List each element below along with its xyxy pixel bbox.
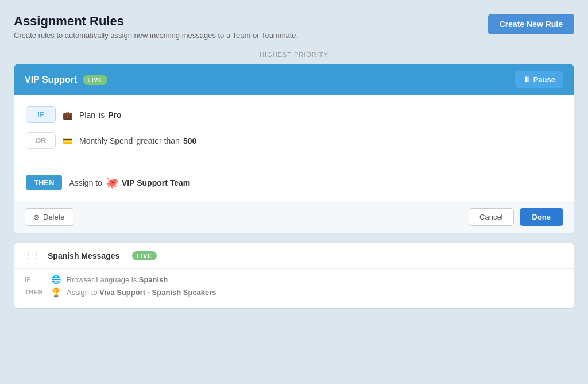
- page-header: Assignment Rules Create rules to automat…: [14, 14, 574, 40]
- spanish-then-row: THEN 🏆 Assign to Viva Support - Spanish …: [25, 287, 563, 297]
- spanish-rule-card: ⋮⋮ Spanish Messages LIVE IF 🌐 Browser La…: [14, 243, 574, 309]
- vip-rule-title: VIP Support: [25, 75, 77, 85]
- spend-icon: 💳: [63, 136, 72, 145]
- footer-right-buttons: Cancel Done: [469, 208, 563, 226]
- pause-icon: ⏸: [523, 75, 531, 84]
- then-action-text: Assign to 🐙 VIP Support Team: [69, 176, 190, 189]
- vip-rule-title-left: VIP Support LIVE: [25, 75, 107, 85]
- delete-button[interactable]: ⊗ Delete: [25, 208, 74, 226]
- if-operator: is: [99, 110, 105, 120]
- priority-label: HIGHEST PRIORITY: [14, 51, 574, 58]
- vip-rule-card: VIP Support LIVE ⏸ Pause IF 💼 Plan is Pr…: [14, 64, 574, 233]
- vip-rule-conditions: IF 💼 Plan is Pro OR 💳 Monthly Spend grea…: [14, 95, 574, 164]
- spanish-language-value: Spanish: [139, 275, 168, 284]
- if-field: Plan: [79, 110, 95, 120]
- spanish-team-name: Viva Support - Spanish Speakers: [99, 288, 216, 297]
- or-condition-text: Monthly Spend greater than 500: [79, 136, 196, 145]
- done-button[interactable]: Done: [520, 208, 564, 226]
- vip-live-badge: LIVE: [83, 75, 107, 85]
- or-operator: greater than: [136, 136, 180, 145]
- drag-handle-icon[interactable]: ⋮⋮: [25, 251, 41, 260]
- or-field: Monthly Spend: [79, 136, 133, 145]
- spanish-then-tag: THEN: [25, 289, 45, 295]
- trophy-icon: 🏆: [51, 287, 61, 297]
- page-title: Assignment Rules: [14, 14, 298, 29]
- or-tag: OR: [26, 132, 56, 149]
- spanish-rule-body: IF 🌐 Browser Language is Spanish THEN 🏆 …: [14, 269, 574, 308]
- spanish-if-tag: IF: [25, 276, 45, 283]
- vip-rule-footer: ⊗ Delete Cancel Done: [14, 201, 574, 233]
- page-header-left: Assignment Rules Create rules to automat…: [14, 14, 298, 40]
- if-value: Pro: [108, 110, 121, 120]
- globe-icon: 🌐: [51, 275, 61, 284]
- vip-rule-header: VIP Support LIVE ⏸ Pause: [14, 64, 574, 95]
- or-condition-row: OR 💳 Monthly Spend greater than 500: [26, 132, 562, 149]
- team-icon: 🐙: [106, 176, 118, 189]
- pause-label: Pause: [533, 75, 555, 84]
- pause-button[interactable]: ⏸ Pause: [515, 71, 563, 88]
- plan-icon: 💼: [63, 110, 72, 120]
- vip-rule-action: THEN Assign to 🐙 VIP Support Team: [14, 164, 574, 201]
- delete-label: Delete: [43, 213, 65, 221]
- spanish-condition-text: Browser Language is Spanish: [67, 275, 168, 284]
- spanish-rule-header: ⋮⋮ Spanish Messages LIVE: [14, 243, 574, 269]
- spanish-if-row: IF 🌐 Browser Language is Spanish: [25, 275, 563, 284]
- then-description: Assign to: [69, 178, 102, 187]
- page-subtitle: Create rules to automatically assign new…: [14, 31, 298, 40]
- if-condition-text: Plan is Pro: [79, 110, 122, 120]
- team-name: VIP Support Team: [122, 178, 190, 187]
- spanish-live-badge: LIVE: [132, 251, 156, 260]
- if-condition-row: IF 💼 Plan is Pro: [26, 106, 562, 123]
- spanish-action-text: Assign to Viva Support - Spanish Speaker…: [67, 288, 216, 297]
- spanish-rule-title: Spanish Messages: [48, 251, 119, 260]
- cancel-button[interactable]: Cancel: [469, 208, 513, 226]
- create-rule-button[interactable]: Create New Rule: [488, 14, 574, 34]
- then-tag: THEN: [26, 175, 62, 190]
- delete-icon: ⊗: [33, 213, 40, 221]
- or-value: 500: [183, 136, 196, 145]
- if-tag: IF: [26, 106, 56, 123]
